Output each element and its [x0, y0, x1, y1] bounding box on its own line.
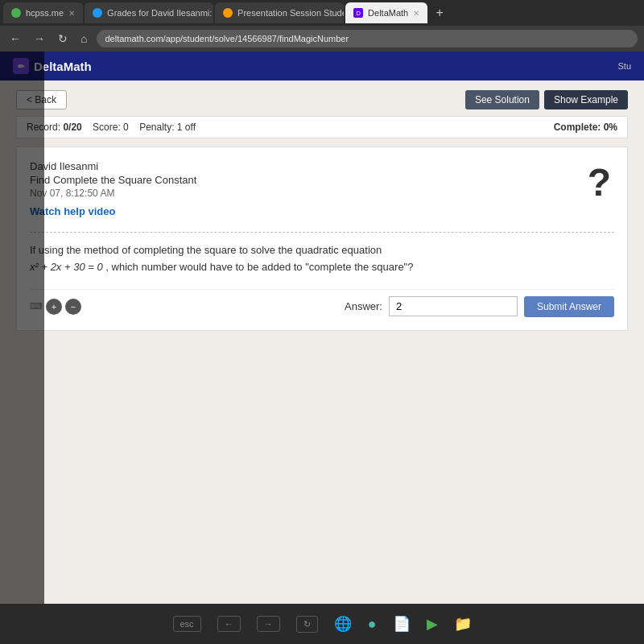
student-name: David Ilesanmi [30, 160, 614, 172]
answer-input[interactable] [389, 296, 518, 316]
tab-deltamath[interactable]: D DeltaMath ✕ [345, 2, 427, 23]
address-input[interactable] [97, 30, 638, 47]
answer-label: Answer: [345, 300, 382, 312]
taskbar: esc ← → ↻ 🌐 ● 📄 ▶ 📁 [0, 604, 644, 644]
timestamp: Nov 07, 8:12:50 AM [30, 188, 614, 199]
score-label: Score: [93, 122, 121, 133]
show-example-button[interactable]: Show Example [544, 90, 628, 109]
forward-key[interactable]: → [257, 616, 280, 632]
files-icon[interactable]: 📁 [454, 615, 472, 633]
zoom-in-icon[interactable]: + [46, 299, 62, 315]
address-bar: ← → ↻ ⌂ [0, 26, 644, 52]
see-solution-button[interactable]: See Solution [465, 90, 539, 109]
penalty-value: 1 off [177, 122, 196, 133]
tab-label-grades: Grades for David Ilesanmi: Engli… [107, 8, 213, 18]
tab-favicon-hcpss [11, 8, 21, 18]
header-user-label: Stu [617, 61, 631, 71]
tab-hcpss[interactable]: hcpss.me ✕ [3, 2, 83, 23]
tab-close-deltamath[interactable]: ✕ [413, 9, 419, 18]
question-text: If using the method of completing the sq… [30, 242, 614, 276]
play-icon[interactable]: ▶ [427, 615, 438, 633]
docs-icon[interactable]: 📄 [393, 615, 411, 633]
tab-favicon-presentation [223, 8, 233, 18]
complete-value: 0% [604, 122, 617, 133]
problem-text-1: If using the method of completing the sq… [30, 244, 382, 256]
toolbar-row: < Back See Solution Show Example [16, 90, 628, 109]
esc-key[interactable]: esc [173, 616, 201, 632]
meet-icon[interactable]: ● [368, 616, 377, 633]
action-buttons: See Solution Show Example [465, 90, 628, 109]
question-mark-icon: ? [588, 160, 611, 204]
section-divider [30, 232, 614, 233]
tab-favicon-grades [93, 8, 102, 18]
main-content: < Back See Solution Show Example Record:… [0, 80, 644, 634]
record-value: 0/20 [63, 122, 81, 133]
answer-row: ⌨ + − Answer: Submit Answer [30, 289, 614, 317]
app-header: ✏ DeltaMath Stu [0, 52, 644, 80]
tab-bar: hcpss.me ✕ Grades for David Ilesanmi: En… [0, 0, 644, 26]
left-bezel-overlay [0, 52, 44, 604]
reload-button[interactable]: ↻ [55, 31, 71, 47]
tab-label-presentation: Presentation Session Student [237, 8, 344, 18]
back-key[interactable]: ← [217, 616, 241, 632]
score-text: Record: 0/20 Score: 0 Penalty: 1 off [27, 122, 196, 133]
browser-chrome: hcpss.me ✕ Grades for David Ilesanmi: En… [0, 0, 644, 52]
back-nav-button[interactable]: ← [6, 31, 24, 47]
question-card: ? David Ilesanmi Find Complete the Squar… [16, 147, 628, 331]
penalty-label: Penalty: [139, 122, 174, 133]
tab-label-deltamath: DeltaMath [368, 8, 408, 18]
tab-grades[interactable]: Grades for David Ilesanmi: Engli… ✕ [85, 2, 213, 23]
new-tab-button[interactable]: + [429, 2, 450, 23]
app-container: ✏ DeltaMath Stu < Back See Solution Show… [0, 52, 644, 605]
chrome-icon[interactable]: 🌐 [334, 615, 352, 633]
complete-label: Complete: [554, 122, 601, 133]
home-button[interactable]: ⌂ [77, 31, 90, 47]
problem-title: Find Complete the Square Constant [30, 174, 614, 186]
tab-close-hcpss[interactable]: ✕ [68, 9, 75, 18]
problem-text-2: , which number would have to be added to… [105, 261, 413, 273]
refresh-key[interactable]: ↻ [296, 616, 318, 633]
score-bar: Record: 0/20 Score: 0 Penalty: 1 off Com… [16, 116, 628, 138]
complete-text: Complete: 0% [554, 122, 617, 133]
zoom-out-icon[interactable]: − [65, 299, 81, 315]
score-value: 0 [123, 122, 129, 133]
tab-presentation[interactable]: Presentation Session Student ✕ [215, 2, 344, 23]
submit-answer-button[interactable]: Submit Answer [524, 296, 614, 317]
answer-input-group: Answer: Submit Answer [345, 296, 614, 317]
tab-label-hcpss: hcpss.me [26, 8, 64, 18]
tab-favicon-deltamath: D [353, 8, 363, 18]
forward-nav-button[interactable]: → [31, 31, 48, 47]
